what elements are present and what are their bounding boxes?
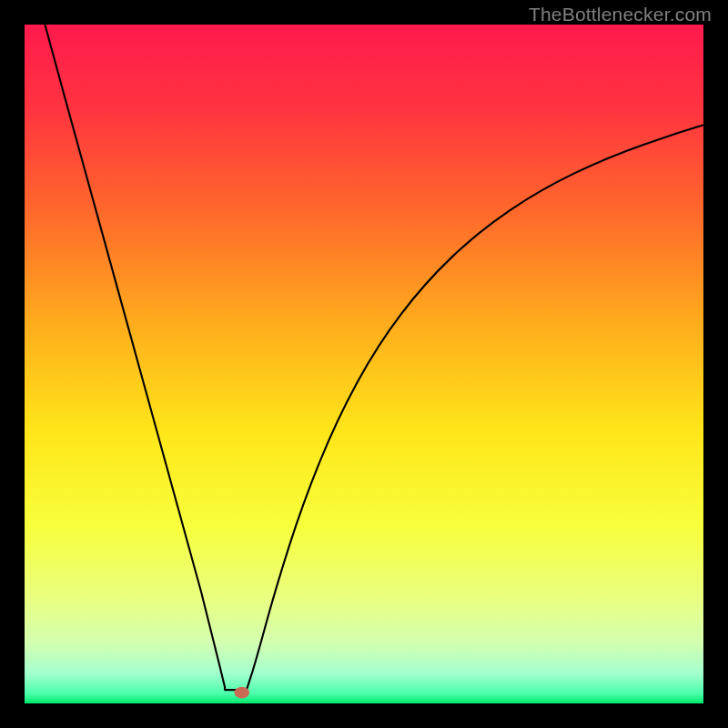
bottleneck-curve-chart bbox=[25, 25, 703, 703]
gradient-background bbox=[25, 25, 703, 703]
watermark-text: TheBottlenecker.com bbox=[529, 4, 712, 25]
optimal-point-marker bbox=[235, 687, 249, 699]
chart-frame: TheBottlenecker.com bbox=[0, 0, 728, 728]
plot-area bbox=[25, 25, 703, 703]
